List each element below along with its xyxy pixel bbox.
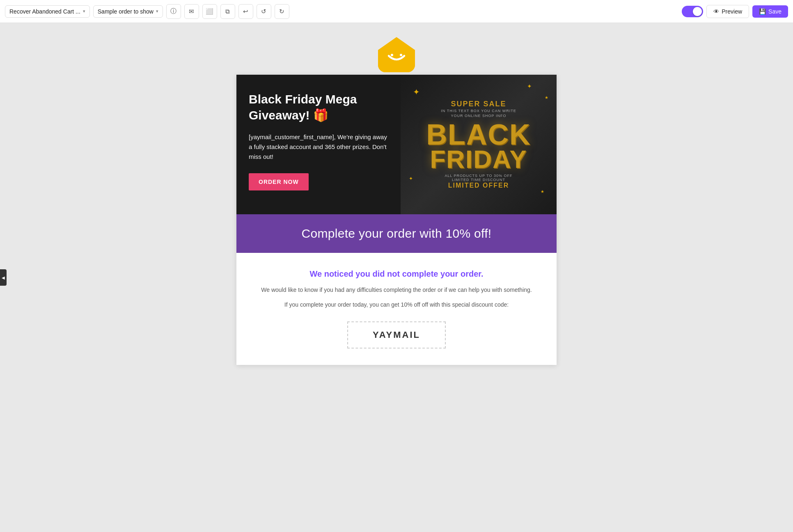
svg-point-0 xyxy=(391,54,393,56)
toggle-switch[interactable] xyxy=(682,6,703,17)
discount-code-box: YAYMAIL xyxy=(347,321,446,349)
template-dropdown[interactable]: Recover Abandoned Cart ... ▾ xyxy=(5,5,90,18)
purple-banner: Complete your order with 10% off! xyxy=(236,214,557,253)
black-label: BLACK xyxy=(426,122,531,148)
hero-right: ✦ ✦ ★ ✦ ★ SUPER SALE IN THIS TEXT BOX YO… xyxy=(401,75,557,214)
topbar: Recover Abandoned Cart ... ▾ Sample orde… xyxy=(0,0,793,23)
content-body-1: We would like to know if you had any dif… xyxy=(261,285,532,295)
redo-left-icon: ↺ xyxy=(261,8,266,15)
toggle-knob xyxy=(693,7,702,16)
content-section: We noticed you did not complete your ord… xyxy=(236,253,557,365)
mail-logo xyxy=(378,35,415,72)
redo-left-button[interactable]: ↺ xyxy=(257,4,271,19)
black-friday-text: BLACK FRIDAY xyxy=(426,122,531,171)
redo-right-icon: ↻ xyxy=(279,8,284,15)
friday-label: FRIDAY xyxy=(426,148,531,171)
super-sale-label: SUPER SALE xyxy=(441,100,516,108)
redo-right-button[interactable]: ↻ xyxy=(275,4,289,19)
hero-title: Black Friday Mega Giveaway! 🎁 xyxy=(249,91,388,123)
save-label: Save xyxy=(768,8,782,15)
file-button[interactable]: ⬜ xyxy=(202,4,217,19)
sparkle-icon-4: ✦ xyxy=(409,176,413,181)
email-canvas: ◀ Black Friday Mega Giveaway! 🎁 [yaymail… xyxy=(0,23,793,532)
sparkle-icon-5: ★ xyxy=(541,189,544,194)
mail-logo-wrapper xyxy=(378,35,415,72)
preview-button[interactable]: 👁 Preview xyxy=(706,5,749,18)
file-icon: ⬜ xyxy=(206,8,213,15)
info-button[interactable]: ⓘ xyxy=(166,4,181,19)
discount-code: YAYMAIL xyxy=(373,330,420,340)
hero-section: Black Friday Mega Giveaway! 🎁 [yaymail_c… xyxy=(236,75,557,214)
email-container: Black Friday Mega Giveaway! 🎁 [yaymail_c… xyxy=(236,75,557,365)
mail-icon: ✉ xyxy=(189,8,194,15)
order-now-button[interactable]: ORDER NOW xyxy=(249,173,309,190)
eye-icon: 👁 xyxy=(713,8,719,15)
sparkle-icon-1: ✦ xyxy=(413,87,420,97)
template-chevron: ▾ xyxy=(83,9,85,14)
save-button[interactable]: 💾 Save xyxy=(752,5,788,18)
undo-button[interactable]: ↩ xyxy=(238,4,253,19)
content-headline: We noticed you did not complete your ord… xyxy=(261,269,532,279)
sparkle-icon-3: ★ xyxy=(545,95,548,100)
sidebar-toggle[interactable]: ◀ xyxy=(0,269,7,286)
banner-text: Complete your order with 10% off! xyxy=(245,227,548,241)
undo-icon: ↩ xyxy=(243,8,248,15)
hero-left: Black Friday Mega Giveaway! 🎁 [yaymail_c… xyxy=(236,75,401,214)
super-sale-block: SUPER SALE IN THIS TEXT BOX YOU CAN WRIT… xyxy=(441,100,516,119)
sparkle-icon-2: ✦ xyxy=(527,83,532,89)
limited-offer-label: LIMITED OFFER xyxy=(445,182,512,189)
sample-order-dropdown[interactable]: Sample order to show ▾ xyxy=(93,5,163,18)
sidebar-chevron-icon: ◀ xyxy=(2,275,5,280)
preview-label: Preview xyxy=(722,8,742,15)
content-body-2: If you complete your order today, you ca… xyxy=(261,300,532,310)
sample-order-chevron: ▾ xyxy=(156,9,158,14)
copy-icon: ⧉ xyxy=(225,8,230,15)
limited-info: ALL PRODUCTS UP TO 30% OFFLIMITED TIME D… xyxy=(445,174,512,189)
sample-order-label: Sample order to show xyxy=(98,8,154,15)
template-name-label: Recover Abandoned Cart ... xyxy=(9,8,80,15)
copy-button[interactable]: ⧉ xyxy=(220,4,235,19)
smile-svg xyxy=(385,52,408,66)
limited-sub: ALL PRODUCTS UP TO 30% OFFLIMITED TIME D… xyxy=(445,174,512,182)
mail-button[interactable]: ✉ xyxy=(184,4,199,19)
hero-body: [yaymail_customer_first_name], We're giv… xyxy=(249,132,388,162)
save-icon: 💾 xyxy=(759,8,766,15)
svg-point-1 xyxy=(400,54,402,56)
info-icon: ⓘ xyxy=(170,7,176,15)
super-sale-sub: IN THIS TEXT BOX YOU CAN WRITEYOUR ONLIN… xyxy=(441,108,516,119)
